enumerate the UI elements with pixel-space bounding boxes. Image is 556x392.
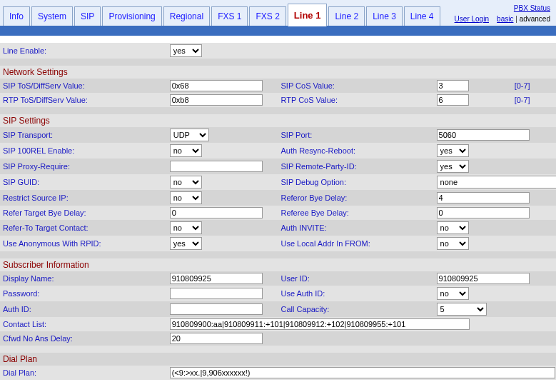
label-refer-to-tgt-contact: Refer-To Target Contact: xyxy=(0,220,167,236)
input-auth-id[interactable] xyxy=(170,303,263,315)
input-sip-cos[interactable] xyxy=(437,80,469,91)
label-sip-guid: SIP GUID: xyxy=(0,174,167,190)
label-sip-debug: SIP Debug Option: xyxy=(278,174,433,190)
label-contact-list: Contact List: xyxy=(0,317,167,331)
section-sip-settings: SIP Settings xyxy=(0,114,556,127)
label-sip-transport: SIP Transport: xyxy=(0,127,167,143)
select-auth-resync[interactable]: yes xyxy=(437,144,469,157)
input-rtp-tos[interactable] xyxy=(170,94,263,106)
label-remote-party-id: SIP Remote-Party-ID: xyxy=(278,159,433,174)
input-dial-plan[interactable] xyxy=(170,367,555,378)
select-restrict-src-ip[interactable]: no xyxy=(170,191,202,204)
tab-sip[interactable]: SIP xyxy=(74,6,101,26)
settings-table: Line Enable: yes Network Settings SIP To… xyxy=(0,43,556,380)
hint-rtp-cos: [0-7] xyxy=(512,93,556,107)
select-call-capacity[interactable]: 5 xyxy=(437,303,487,316)
tab-regional[interactable]: Regional xyxy=(163,6,210,26)
section-subscriber-info: Subscriber Information xyxy=(0,258,556,271)
select-remote-party-id[interactable]: yes xyxy=(437,160,469,173)
label-referee-bye: Referee Bye Delay: xyxy=(278,206,433,220)
select-sip-debug[interactable]: none xyxy=(437,176,556,189)
topbar: Info System SIP Provisioning Regional FX… xyxy=(0,0,556,26)
label-local-addr-from: Use Local Addr In FROM: xyxy=(278,236,433,251)
input-user-id[interactable] xyxy=(437,273,530,284)
section-dial-plan: Dial Plan xyxy=(0,353,556,366)
label-rtp-cos: RTP CoS Value: xyxy=(278,93,433,107)
tab-line-2[interactable]: Line 2 xyxy=(328,6,365,26)
label-sip-tos: SIP ToS/DiffServ Value: xyxy=(0,79,167,93)
blue-bar xyxy=(0,26,556,36)
select-sip-guid[interactable]: no xyxy=(170,176,202,189)
label-auth-id: Auth ID: xyxy=(0,301,167,317)
input-referee-bye[interactable] xyxy=(437,207,530,218)
tab-line-1[interactable]: Line 1 xyxy=(288,4,328,26)
label-anon-rpid: Use Anonymous With RPID: xyxy=(0,236,167,251)
select-auth-invite[interactable]: no xyxy=(437,221,469,234)
tab-info[interactable]: Info xyxy=(3,6,30,26)
label-sip-cos: SIP CoS Value: xyxy=(278,79,433,93)
label-sip-100rel: SIP 100REL Enable: xyxy=(0,143,167,159)
input-password[interactable] xyxy=(170,288,263,299)
label-proxy-require: SIP Proxy-Require: xyxy=(0,159,167,174)
input-rtp-cos[interactable] xyxy=(437,94,469,106)
label-call-capacity: Call Capacity: xyxy=(278,301,433,317)
tab-provisioning[interactable]: Provisioning xyxy=(102,6,161,26)
select-line-enable[interactable]: yes xyxy=(170,44,202,57)
link-basic[interactable]: basic xyxy=(497,15,513,23)
select-refer-to-tgt-contact[interactable]: no xyxy=(170,221,202,234)
label-user-id: User ID: xyxy=(278,271,433,286)
label-use-auth-id: Use Auth ID: xyxy=(278,286,433,301)
input-display-name[interactable] xyxy=(170,273,263,284)
select-local-addr-from[interactable]: no xyxy=(437,237,469,250)
label-refer-tgt-bye: Refer Target Bye Delay: xyxy=(0,206,167,220)
input-sip-port[interactable] xyxy=(437,129,530,141)
input-cfwd-no-ans[interactable] xyxy=(170,333,263,344)
select-use-auth-id[interactable]: no xyxy=(437,287,469,300)
input-referor-bye[interactable] xyxy=(437,192,530,203)
tabs: Info System SIP Provisioning Regional FX… xyxy=(3,3,442,26)
input-contact-list[interactable] xyxy=(170,318,470,330)
label-dial-plan: Dial Plan: xyxy=(0,366,167,380)
tab-line-4[interactable]: Line 4 xyxy=(404,6,440,26)
mode-advanced: advanced xyxy=(520,15,550,23)
label-password: Password: xyxy=(0,286,167,301)
label-line-enable: Line Enable: xyxy=(0,43,167,59)
top-links: PBX Status User Login basic | advanced xyxy=(455,3,553,24)
tab-fxs-2[interactable]: FXS 2 xyxy=(249,6,285,26)
input-proxy-require[interactable] xyxy=(170,161,263,172)
label-restrict-src-ip: Restrict Source IP: xyxy=(0,190,167,206)
link-user-login[interactable]: User Login xyxy=(455,15,489,23)
label-auth-invite: Auth INVITE: xyxy=(278,220,433,236)
hint-sip-cos: [0-7] xyxy=(512,79,556,93)
section-network-settings: Network Settings xyxy=(0,66,556,79)
tab-line-3[interactable]: Line 3 xyxy=(366,6,403,26)
tab-system[interactable]: System xyxy=(31,6,73,26)
tab-fxs-1[interactable]: FXS 1 xyxy=(211,6,248,26)
link-pbx-status[interactable]: PBX Status xyxy=(514,4,550,12)
label-rtp-tos: RTP ToS/DiffServ Value: xyxy=(0,93,167,107)
label-auth-resync: Auth Resync-Reboot: xyxy=(278,143,433,159)
label-referor-bye: Referor Bye Delay: xyxy=(278,190,433,206)
label-sip-port: SIP Port: xyxy=(278,127,433,143)
label-display-name: Display Name: xyxy=(0,271,167,286)
select-sip-transport[interactable]: UDP xyxy=(170,129,209,141)
input-sip-tos[interactable] xyxy=(170,80,263,91)
input-refer-tgt-bye[interactable] xyxy=(170,207,263,218)
select-sip-100rel[interactable]: no xyxy=(170,144,202,157)
select-anon-rpid[interactable]: yes xyxy=(170,237,202,250)
label-cfwd-no-ans: Cfwd No Ans Delay: xyxy=(0,331,167,346)
